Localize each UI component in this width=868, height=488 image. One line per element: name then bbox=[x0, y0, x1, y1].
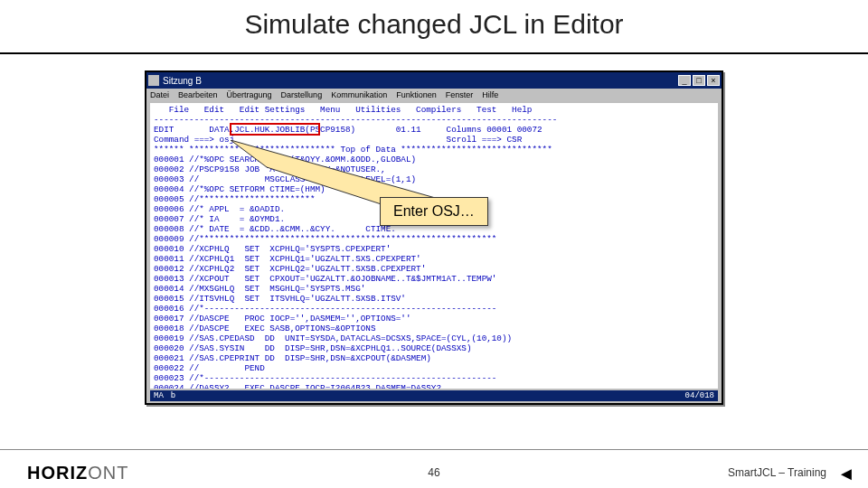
menu-bearbeiten[interactable]: Bearbeiten bbox=[178, 90, 218, 99]
window-title: Sitzung B bbox=[163, 76, 202, 86]
window-titlebar: Sitzung B _ □ × bbox=[146, 72, 722, 89]
status-mid: b bbox=[167, 390, 179, 401]
close-button[interactable]: × bbox=[707, 75, 720, 86]
callout-text: Enter OSJ… bbox=[393, 203, 475, 219]
brand-part1: HORIZ bbox=[27, 463, 88, 483]
back-arrow-icon: ◄ bbox=[837, 465, 855, 483]
slide-title: Simulate changed JCL in Editor bbox=[0, 9, 868, 40]
window-menubar: Datei Bearbeiten Übertragung Darstellung… bbox=[146, 89, 722, 101]
menu-funktionen[interactable]: Funktionen bbox=[396, 90, 437, 99]
status-left: MA bbox=[150, 390, 167, 401]
title-divider bbox=[0, 52, 868, 54]
footer-divider bbox=[0, 449, 868, 450]
back-arrow-button[interactable]: ◄ bbox=[835, 463, 857, 484]
callout-box: Enter OSJ… bbox=[380, 197, 488, 226]
minimize-button[interactable]: _ bbox=[678, 75, 691, 86]
course-name: SmartJCL – Training bbox=[728, 466, 826, 479]
slide-footer: HORIZONT 46 SmartJCL – Training ◄ bbox=[0, 457, 868, 488]
brand-part2: ONT bbox=[88, 463, 128, 483]
terminal-window: Sitzung B _ □ × Datei Bearbeiten Übertra… bbox=[145, 70, 723, 405]
status-bar: MA b 04/018 bbox=[150, 390, 718, 401]
menu-uebertragung[interactable]: Übertragung bbox=[227, 90, 272, 99]
status-right: 04/018 bbox=[682, 390, 718, 401]
brand-logo: HORIZONT bbox=[27, 463, 128, 483]
menu-fenster[interactable]: Fenster bbox=[446, 90, 474, 99]
page-number: 46 bbox=[428, 466, 439, 479]
app-icon bbox=[148, 75, 159, 86]
terminal-screen[interactable]: File Edit Edit Settings Menu Utilities C… bbox=[150, 103, 718, 389]
menu-darstellung[interactable]: Darstellung bbox=[281, 90, 323, 99]
menu-kommunikation[interactable]: Kommunikation bbox=[331, 90, 387, 99]
maximize-button[interactable]: □ bbox=[693, 75, 705, 86]
menu-datei[interactable]: Datei bbox=[150, 90, 169, 99]
menu-hilfe[interactable]: Hilfe bbox=[482, 90, 498, 99]
